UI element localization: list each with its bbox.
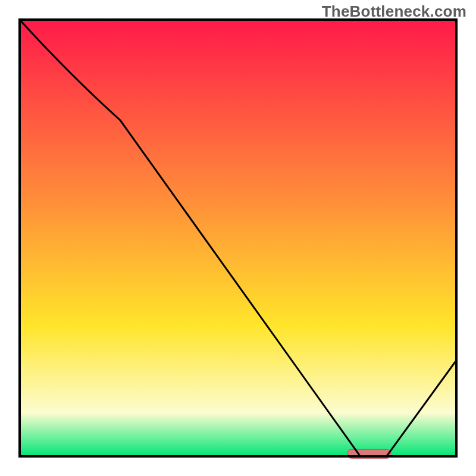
watermark-label: TheBottleneck.com — [322, 2, 466, 21]
bottleneck-chart: TheBottleneck.com — [0, 0, 476, 476]
chart-background — [20, 20, 456, 456]
chart-svg — [0, 0, 476, 476]
